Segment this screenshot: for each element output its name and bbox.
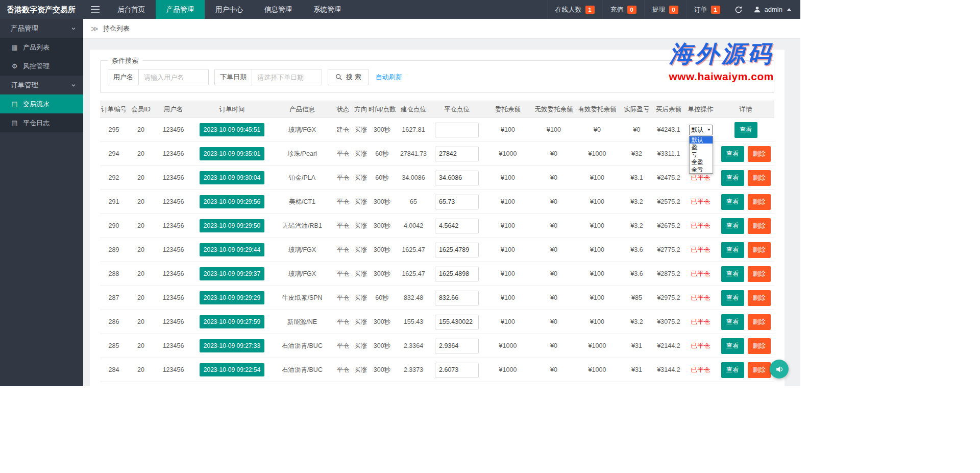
customer-service-button[interactable]: [770, 360, 789, 379]
view-button[interactable]: 查看: [721, 146, 744, 162]
duration: 300秒: [369, 334, 396, 358]
member-id: 20: [128, 190, 154, 214]
close-point-input[interactable]: [435, 123, 479, 137]
delete-button[interactable]: 删除: [748, 266, 771, 282]
view-button[interactable]: 查看: [721, 266, 744, 282]
user-menu[interactable]: admin: [749, 0, 800, 19]
delete-button[interactable]: 删除: [748, 170, 771, 186]
close-point-input[interactable]: [435, 147, 479, 161]
refresh-icon[interactable]: [728, 0, 749, 19]
valid-entrust-balance: ¥100: [574, 190, 620, 214]
close-point-cell: [431, 214, 482, 238]
speaker-icon: [775, 365, 784, 374]
product-info: 新能源/NE: [272, 310, 333, 334]
view-button[interactable]: 查看: [721, 290, 744, 306]
close-point-input[interactable]: [435, 219, 479, 233]
delete-button[interactable]: 删除: [748, 194, 771, 210]
direction: 买涨: [353, 310, 369, 334]
header-stat[interactable]: 提现 0: [644, 0, 686, 19]
close-point-input[interactable]: [435, 315, 479, 329]
top-nav-item[interactable]: 用户中心: [205, 0, 254, 19]
sidebar-item[interactable]: ⚙ 风控管理: [0, 57, 83, 76]
view-button[interactable]: 查看: [734, 122, 757, 138]
detail-cell: 查看删除: [717, 310, 774, 334]
view-button[interactable]: 查看: [721, 386, 744, 387]
search-legend: 条件搜索: [108, 56, 142, 65]
closed-status: 已平仓: [691, 366, 710, 373]
duration: 300秒: [369, 190, 396, 214]
closed-status: 已平仓: [691, 318, 710, 325]
top-nav-item[interactable]: 系统管理: [303, 0, 352, 19]
close-point-input[interactable]: [435, 363, 479, 377]
invalid-entrust-balance: ¥0: [533, 286, 574, 310]
header-right: 在线人数 1 充值 0 提现 0 订单 1 admin: [547, 0, 800, 19]
sidebar-item[interactable]: ▤ 平仓日志: [0, 113, 83, 132]
sidebar-group-label: 产品管理: [11, 24, 38, 33]
stat-badge: 1: [585, 6, 595, 14]
username: 123456: [154, 214, 192, 238]
order-date-input[interactable]: [252, 69, 322, 85]
control-option[interactable]: 全盈: [690, 158, 713, 166]
order-id: 288: [100, 262, 128, 286]
control-select[interactable]: 默认: [689, 125, 713, 135]
view-button[interactable]: 查看: [721, 242, 744, 258]
close-point-input[interactable]: [435, 243, 479, 257]
hamburger-menu-icon[interactable]: [83, 0, 107, 19]
top-nav-item[interactable]: 信息管理: [254, 0, 303, 19]
sidebar-item[interactable]: ▦ 产品列表: [0, 38, 83, 57]
direction: 买涨: [353, 118, 369, 142]
control-option[interactable]: 盈: [690, 144, 713, 151]
auto-refresh-link[interactable]: 自动刷新: [376, 73, 402, 82]
close-point-input[interactable]: [435, 267, 479, 281]
delete-button[interactable]: 删除: [748, 386, 771, 387]
control-option[interactable]: 默认: [690, 136, 713, 144]
header-stat[interactable]: 订单 1: [686, 0, 728, 19]
control-option[interactable]: 全亏: [690, 166, 713, 174]
view-button[interactable]: 查看: [721, 194, 744, 210]
search-button[interactable]: 搜 索: [328, 69, 369, 85]
stat-badge: 0: [627, 6, 636, 14]
view-button[interactable]: 查看: [721, 170, 744, 186]
invalid-entrust-balance: ¥0: [533, 382, 574, 387]
sidebar-group-header[interactable]: 产品管理: [0, 19, 83, 38]
delete-button[interactable]: 删除: [748, 218, 771, 234]
close-point-cell: [431, 166, 482, 190]
sidebar-group-header[interactable]: 订单管理: [0, 76, 83, 94]
delete-button[interactable]: 删除: [748, 362, 771, 378]
table-row: 283 20 123456 2023-10-09 09:21:20 宝石/Gem…: [100, 382, 774, 387]
username-input[interactable]: [138, 69, 209, 85]
view-button[interactable]: 查看: [721, 314, 744, 330]
view-button[interactable]: 查看: [721, 338, 744, 354]
product-info: 无铅汽油/RB1: [272, 214, 333, 238]
table-row: 287 20 123456 2023-10-09 09:29:29 牛皮纸浆/S…: [100, 286, 774, 310]
close-point-input[interactable]: [435, 171, 479, 185]
username: 123456: [154, 358, 192, 382]
view-button[interactable]: 查看: [721, 362, 744, 378]
top-nav-item[interactable]: 后台首页: [107, 0, 156, 19]
stat-label: 充值: [610, 5, 624, 14]
order-date-label: 下单日期: [214, 69, 252, 85]
open-point: 832.48: [396, 286, 431, 310]
delete-button[interactable]: 删除: [748, 290, 771, 306]
control-cell: 默认 默认盈亏全盈全亏: [684, 118, 717, 142]
delete-button[interactable]: 删除: [748, 338, 771, 354]
delete-button[interactable]: 删除: [748, 146, 771, 162]
control-cell: 已平仓: [684, 334, 717, 358]
close-point-input[interactable]: [435, 339, 479, 353]
control-option[interactable]: 亏: [690, 151, 713, 159]
close-point-cell: [431, 118, 482, 142]
sidebar-item[interactable]: ▤ 交易流水: [0, 94, 83, 113]
order-time-chip: 2023-10-09 09:27:33: [200, 339, 264, 352]
entrust-balance: ¥1000: [482, 358, 533, 382]
entrust-balance: ¥100: [482, 214, 533, 238]
header-stat[interactable]: 在线人数 1: [547, 0, 602, 19]
delete-button[interactable]: 删除: [748, 242, 771, 258]
close-point-input[interactable]: [435, 291, 479, 305]
header-stat[interactable]: 充值 0: [602, 0, 644, 19]
top-nav-item[interactable]: 产品管理: [156, 0, 205, 19]
delete-button[interactable]: 删除: [748, 314, 771, 330]
username: 123456: [154, 334, 192, 358]
close-point-input[interactable]: [435, 195, 479, 209]
valid-entrust-balance: ¥1000: [574, 358, 620, 382]
view-button[interactable]: 查看: [721, 218, 744, 234]
